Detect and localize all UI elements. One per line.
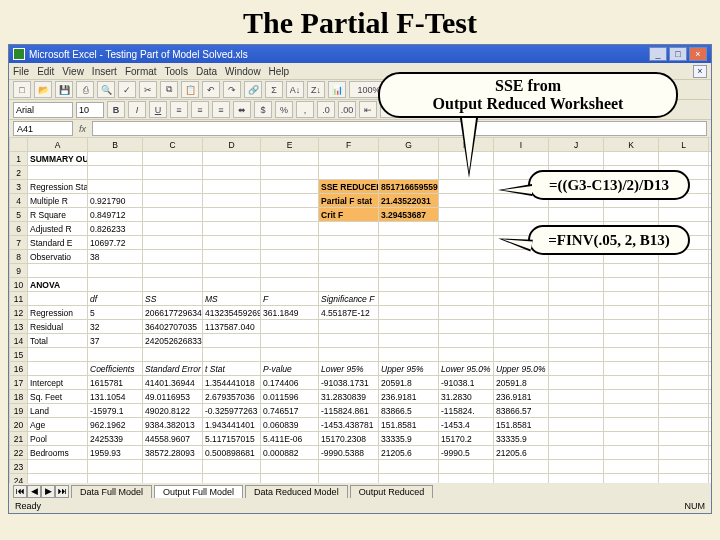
cell[interactable]: Crit F [319,208,379,222]
name-box[interactable]: A41 [13,121,73,136]
cell[interactable]: -115824. [439,404,494,418]
cell[interactable]: 1959.93 [88,446,143,460]
row-header[interactable]: 6 [10,222,28,236]
cell[interactable] [319,278,379,292]
cell[interactable] [439,278,494,292]
col-header-D[interactable]: D [203,138,261,152]
cell[interactable]: Observatio [28,250,88,264]
cell[interactable] [659,446,709,460]
doc-close-button[interactable]: × [693,65,707,78]
cell[interactable] [659,376,709,390]
row-header[interactable]: 1 [10,152,28,166]
cell[interactable] [261,278,319,292]
cell[interactable]: 38572.28093 [143,446,203,460]
cell[interactable] [88,152,143,166]
cell[interactable] [604,362,659,376]
cell[interactable] [709,180,712,194]
cell[interactable] [604,320,659,334]
cell[interactable] [379,166,439,180]
cell[interactable]: -9990.5 [439,446,494,460]
cell[interactable] [709,390,712,404]
cell[interactable]: 236.9181 [379,390,439,404]
tab-nav-3[interactable]: ⏭ [55,485,69,498]
cell[interactable]: 1.354441018 [203,376,261,390]
cell[interactable]: 0.000882 [261,446,319,460]
cell[interactable]: Regression [28,306,88,320]
cell[interactable]: 0.826233 [88,222,143,236]
cell[interactable] [659,460,709,474]
cell[interactable] [88,348,143,362]
cell[interactable]: -9990.5388 [319,446,379,460]
cell[interactable] [203,194,261,208]
cell[interactable] [709,292,712,306]
cell[interactable] [261,320,319,334]
cell[interactable] [659,152,709,166]
cell[interactable] [604,348,659,362]
cell[interactable]: 21205.6 [494,446,549,460]
cell[interactable]: Lower 95% [319,362,379,376]
link-icon[interactable]: 🔗 [244,81,262,98]
cell[interactable]: 0.849712 [88,208,143,222]
cell[interactable] [709,166,712,180]
cell[interactable]: 49.0116953 [143,390,203,404]
cell[interactable]: Upper 95.0% [494,362,549,376]
cell[interactable] [604,404,659,418]
undo-icon[interactable]: ↶ [202,81,220,98]
cell[interactable] [439,348,494,362]
copy-icon[interactable]: ⧉ [160,81,178,98]
cell[interactable] [709,250,712,264]
cell[interactable]: 236.9181 [494,390,549,404]
cell[interactable] [604,306,659,320]
cell[interactable] [203,278,261,292]
cell[interactable]: Land [28,404,88,418]
cell[interactable] [143,222,203,236]
merge-button[interactable]: ⬌ [233,101,251,118]
cell[interactable]: 83866.57 [494,404,549,418]
cell[interactable]: Sq. Feet [28,390,88,404]
cell[interactable] [709,320,712,334]
cell[interactable] [709,208,712,222]
cell[interactable] [261,166,319,180]
cell[interactable]: 20591.8 [379,376,439,390]
cell[interactable] [203,166,261,180]
row-header[interactable]: 5 [10,208,28,222]
cell[interactable]: Adjusted R [28,222,88,236]
cell[interactable] [203,348,261,362]
,-button[interactable]: , [296,101,314,118]
cell[interactable] [709,446,712,460]
row-header[interactable]: 23 [10,460,28,474]
cell[interactable]: t Stat [203,362,261,376]
cell[interactable] [28,166,88,180]
cell[interactable] [88,180,143,194]
cell[interactable]: 5.117157015 [203,432,261,446]
cell[interactable]: 41401.36944 [143,376,203,390]
cell[interactable] [379,306,439,320]
cell[interactable]: Regression Statistics [28,180,88,194]
cell[interactable]: -115824.861 [319,404,379,418]
cell[interactable]: 10697.72 [88,236,143,250]
cell[interactable]: 0.174406 [261,376,319,390]
cell[interactable] [143,194,203,208]
col-header-G[interactable]: G [379,138,439,152]
B-button[interactable]: B [107,101,125,118]
cell[interactable] [549,292,604,306]
row-header[interactable]: 19 [10,404,28,418]
col-header-L[interactable]: L [659,138,709,152]
cell[interactable] [604,390,659,404]
sort-asc-icon[interactable]: A↓ [286,81,304,98]
fx-label[interactable]: fx [79,124,86,134]
cell[interactable]: 5.411E-06 [261,432,319,446]
cell[interactable]: -0.325977263 [203,404,261,418]
cell[interactable]: 33335.9 [494,432,549,446]
cell[interactable]: Intercept [28,376,88,390]
cell[interactable] [659,278,709,292]
cell[interactable] [88,278,143,292]
cell[interactable] [439,292,494,306]
row-header[interactable]: 17 [10,376,28,390]
col-header-C[interactable]: C [143,138,203,152]
cell[interactable] [439,208,494,222]
cell[interactable]: Lower 95.0% [439,362,494,376]
row-header[interactable]: 15 [10,348,28,362]
row-header[interactable]: 10 [10,278,28,292]
cell[interactable]: 2425339 [88,432,143,446]
